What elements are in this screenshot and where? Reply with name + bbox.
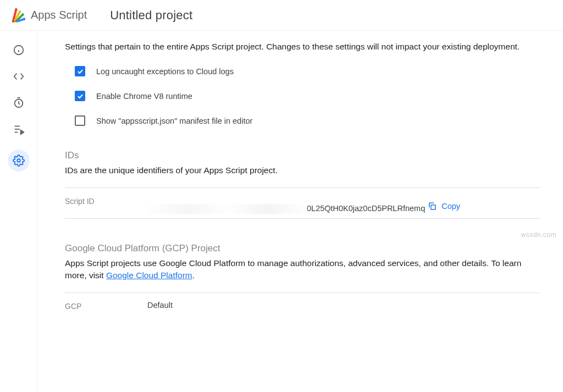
gcp-desc-post: .	[192, 270, 195, 280]
overview-icon[interactable]	[13, 44, 25, 56]
ids-heading: IDs	[65, 150, 540, 161]
svg-point-0	[12, 20, 15, 23]
script-id-label: Script ID	[65, 196, 147, 206]
checkbox-manifest[interactable]: Show "appsscript.json" manifest file in …	[65, 115, 540, 126]
logo-text: Apps Script	[31, 9, 87, 21]
svg-point-1	[15, 8, 18, 11]
copy-button[interactable]: Copy	[427, 201, 460, 211]
logo: Apps Script	[9, 7, 87, 24]
svg-rect-14	[431, 205, 435, 209]
gcp-value: Default	[147, 301, 540, 310]
triggers-icon[interactable]	[13, 97, 25, 109]
project-title[interactable]: Untitled project	[110, 8, 192, 23]
checkbox-label: Log uncaught exceptions to Cloud logs	[96, 67, 234, 76]
checkbox-v8-runtime[interactable]: Enable Chrome V8 runtime	[65, 91, 540, 101]
script-id-visible-part: 0L25QtH0K0jaz0cD5PRLRfnemq	[307, 204, 425, 213]
settings-description: Settings that pertain to the entire Apps…	[65, 41, 540, 53]
checkbox-icon[interactable]	[75, 66, 85, 76]
checkbox-label: Show "appsscript.json" manifest file in …	[96, 117, 252, 125]
gcp-description: Apps Script projects use Google Cloud Pl…	[65, 257, 540, 281]
settings-icon[interactable]	[8, 150, 30, 172]
content: Settings that pertain to the entire Apps…	[37, 31, 563, 392]
checkbox-icon[interactable]	[75, 115, 85, 126]
svg-marker-12	[20, 130, 23, 134]
svg-point-2	[19, 10, 21, 13]
script-id-row: Script ID 0L25QtH0K0jaz0cD5PRLRfnemq Cop…	[65, 188, 540, 218]
svg-point-13	[17, 159, 20, 162]
script-id-redacted	[147, 204, 307, 214]
watermark: wsxdn.com	[521, 231, 556, 239]
copy-icon	[427, 201, 437, 211]
executions-icon[interactable]	[13, 123, 25, 135]
checkbox-label: Enable Chrome V8 runtime	[96, 92, 192, 101]
svg-point-4	[23, 18, 26, 20]
gcp-label: GCP	[65, 301, 147, 311]
gcp-link[interactable]: Google Cloud Platform	[106, 270, 192, 280]
svg-point-3	[21, 13, 24, 16]
sidebar	[0, 31, 37, 392]
copy-label: Copy	[441, 202, 460, 211]
editor-icon[interactable]	[13, 70, 25, 82]
gcp-row: GCP Default	[65, 293, 540, 315]
script-id-value: 0L25QtH0K0jaz0cD5PRLRfnemq Copy	[147, 196, 540, 214]
checkbox-log-exceptions[interactable]: Log uncaught exceptions to Cloud logs	[65, 66, 540, 76]
checkbox-icon[interactable]	[75, 91, 85, 101]
apps-script-logo-icon	[9, 7, 26, 24]
divider	[65, 218, 540, 219]
gcp-heading: Google Cloud Platform (GCP) Project	[65, 243, 540, 254]
ids-description: IDs are the unique identifiers of your A…	[65, 164, 540, 176]
header: Apps Script Untitled project	[0, 0, 563, 31]
